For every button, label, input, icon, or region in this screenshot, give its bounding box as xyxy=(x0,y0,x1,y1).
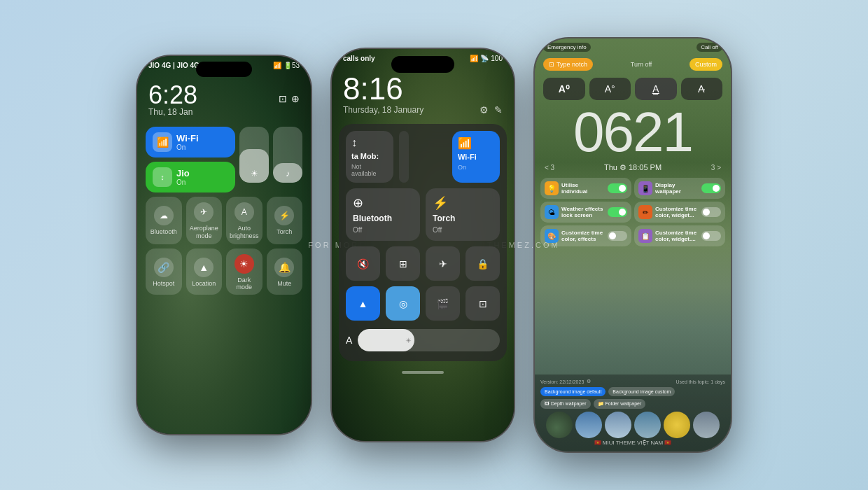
phone1-location-tile[interactable]: ▲ Location xyxy=(186,248,223,295)
phone3-folder-icon: 📁 xyxy=(598,401,604,406)
phone1-darkmode-icon: ☀ xyxy=(234,254,254,274)
phone2-video-tile[interactable]: 🎬 xyxy=(426,286,460,321)
phone2-settings-icon[interactable]: ⚙ xyxy=(479,104,489,115)
phone2-screenshot-tile[interactable]: ⊞ xyxy=(386,246,420,281)
phone3-thumb-3[interactable] xyxy=(605,412,631,438)
phone1-airplane-icon: ✈ xyxy=(194,202,214,222)
phone2-bluetooth-icon: ⊕ xyxy=(353,195,413,211)
phone1-add-icon[interactable]: ⊕ xyxy=(291,93,300,104)
phone3-widget-5[interactable]: 🎨 Customize time color, effects xyxy=(540,225,631,246)
phone2-nfc-tile[interactable]: ◎ xyxy=(386,286,420,321)
phone1-wifi-tile[interactable]: 📶 Wi-Fi On xyxy=(146,127,235,158)
phone3-widget-1[interactable]: 💡 Utilise individual xyxy=(540,178,631,199)
phone2-header: 8:16 Thursday, 18 January ⚙ ✎ xyxy=(332,65,514,120)
phone3-typenotch-button[interactable]: ⊡ Type notch xyxy=(543,58,593,71)
phone3-thumb-4[interactable] xyxy=(634,412,661,438)
phone3-widget-6-text: Customize time color, widget.... xyxy=(655,230,699,242)
phone3-widget-4-text: Customize time color, widget... xyxy=(655,206,699,218)
phone1-autobrightness-tile[interactable]: A Auto brightness xyxy=(226,197,262,244)
phone1-wifi-icon: 📶 xyxy=(153,132,172,152)
phone1-camera-icon[interactable]: ⊡ xyxy=(279,93,287,104)
phone1-darkmode-tile[interactable]: ☀ Dark mode xyxy=(226,248,262,295)
phone1-torch-tile[interactable]: ⚡ Torch xyxy=(267,197,303,244)
phone3-widget-5-text: Customize time color, effects xyxy=(561,230,605,242)
phone3-widget-4-toggle[interactable] xyxy=(701,207,721,217)
phone2-row4: ▲ ◎ 🎬 ⊡ xyxy=(346,286,500,321)
phone3-font-tile-2[interactable]: A° xyxy=(589,78,631,100)
phone1-bluetooth-tile[interactable]: ☁ Bluetooth xyxy=(146,197,182,244)
phone3-widget-6-toggle[interactable] xyxy=(701,231,721,241)
phone1-airplane-tile[interactable]: ✈ Aeroplane mode xyxy=(186,197,223,244)
phone1-mute-label: Mute xyxy=(277,280,291,287)
phone-2: calls only 📶 📡 100 8:16 Thursday, 18 Jan… xyxy=(332,49,514,441)
phone3-thumb-2[interactable] xyxy=(575,412,602,438)
phone1-autobrightness-icon: A xyxy=(234,202,254,222)
phone3-widget-3-icon: 🌤 xyxy=(545,205,559,219)
phone3-font-tile-4[interactable]: A̶ xyxy=(681,78,723,100)
phone3-thumb-5[interactable] xyxy=(664,412,690,438)
phone1-sliders: ☀ ♪ xyxy=(239,127,302,192)
phone1-hotspot-tile[interactable]: 🔗 Hotspot xyxy=(146,248,182,295)
phone1-carrier: JIO 4G | JIO 4G xyxy=(148,62,200,69)
phone3-next-button[interactable]: 3 > xyxy=(711,164,721,172)
phone1-location-icon: ▲ xyxy=(194,258,214,277)
phone2-mobile-title: ta Mob: xyxy=(351,152,388,160)
phone2-mobile-sub: Not available xyxy=(351,163,388,177)
phone3-custom-button[interactable]: Custom xyxy=(690,58,722,71)
phone2-lock-tile[interactable]: 🔒 xyxy=(465,246,500,281)
phone3-widget-3[interactable]: 🌤 Weather effects lock screen xyxy=(540,202,631,223)
phone1-brightness-slider[interactable]: ☀ xyxy=(239,127,269,183)
phone2-scan-tile[interactable]: ⊡ xyxy=(465,286,500,321)
phone1-time-section: 6:28 Thu, 18 Jan ⊡ ⊕ xyxy=(137,72,311,121)
phone2-location-tile[interactable]: ▲ xyxy=(346,286,380,321)
phone3-font-icon-1: A⁰ xyxy=(559,83,570,94)
phone1-brightness-icon: ☀ xyxy=(251,169,258,178)
phone2-wifi-title: Wi-Fi xyxy=(458,153,494,161)
phone3-bg-custom-button[interactable]: Background image custom xyxy=(608,387,675,396)
phone1-bluetooth-label: Bluetooth xyxy=(150,228,177,236)
phone2-brightness-bar[interactable]: ☀ xyxy=(358,329,500,351)
phone3-widget-4[interactable]: ✏ Customize time color, widget... xyxy=(634,202,725,223)
phone3-widget-1-toggle[interactable] xyxy=(608,183,627,193)
phone3-widget-3-toggle[interactable] xyxy=(608,207,627,217)
phone2-mobile-tile[interactable]: ↕ ta Mob: Not available xyxy=(346,131,393,183)
phone2-carrier: calls only xyxy=(343,55,375,62)
phone2-wifi-tile[interactable]: 📶 Wi-Fi On xyxy=(452,131,500,183)
phone3-thumb-6[interactable] xyxy=(693,412,720,438)
phone3-version-icon: ⚙ xyxy=(587,379,591,384)
phone3-thumbnails xyxy=(540,412,725,438)
phone3-depth-button[interactable]: 🖼 Depth wallpaper xyxy=(540,399,591,409)
phone2-wifi-icon-status: 📡 xyxy=(480,55,489,62)
phone3-prev-button[interactable]: < 3 xyxy=(545,164,554,172)
phone2-bluetooth-tile[interactable]: ⊕ Bluetooth Off xyxy=(346,188,420,241)
phone2-settings-icons: ⚙ ✎ xyxy=(479,104,503,115)
phone3-widget-1-icon: 💡 xyxy=(545,181,559,195)
phone3-widget-3-text: Weather effects lock screen xyxy=(561,206,605,218)
phone3-font-tile-3[interactable]: A̲ xyxy=(635,78,677,100)
phone3-depth-icon: 🖼 xyxy=(545,401,550,406)
phone2-airplane-icon: ✈ xyxy=(439,258,447,270)
phone3-folder-button[interactable]: 📁 Folder wallpaper xyxy=(594,399,646,409)
phone1-location-label: Location xyxy=(192,280,216,287)
phone3-widget-5-toggle[interactable] xyxy=(608,231,627,241)
phone3-bottom: Version: 22/12/2023 ⚙ Used this topic: 1… xyxy=(535,374,731,451)
phone2-mute-tile[interactable]: 🔇 xyxy=(346,246,380,281)
phone2-torch-tile[interactable]: ⚡ Torch Off xyxy=(426,188,500,241)
phone3-widget-6[interactable]: 📋 Customize time color, widget.... xyxy=(634,225,725,246)
phone1-row3: ☁ Bluetooth ✈ Aeroplane mode A Auto brig… xyxy=(146,197,302,244)
phone3-font-tile-1[interactable]: A⁰ xyxy=(543,78,585,100)
phone2-location-icon: ▲ xyxy=(358,298,368,309)
phone2-airplane-tile[interactable]: ✈ xyxy=(426,246,460,281)
phone2-date: Thursday, 18 January xyxy=(343,105,424,115)
phone3-bg-default-button[interactable]: Background image default xyxy=(540,387,606,396)
phone1-volume-slider[interactable]: ♪ xyxy=(273,127,302,183)
phone1-jio-tile[interactable]: ↕ Jio On xyxy=(146,162,235,192)
phone3-thumb-1[interactable] xyxy=(546,412,573,438)
phone3-widget-2[interactable]: 📱 Display wallpaper xyxy=(634,178,725,199)
phone3-widget-2-toggle[interactable] xyxy=(701,183,721,193)
phone1-hotspot-label: Hotspot xyxy=(153,280,174,287)
phone1-bluetooth-icon: ☁ xyxy=(154,206,174,225)
phone2-status-right: 📶 📡 100 xyxy=(470,55,503,62)
phone2-edit-icon[interactable]: ✎ xyxy=(494,104,503,115)
phone1-mute-tile[interactable]: 🔔 Mute xyxy=(267,248,303,295)
